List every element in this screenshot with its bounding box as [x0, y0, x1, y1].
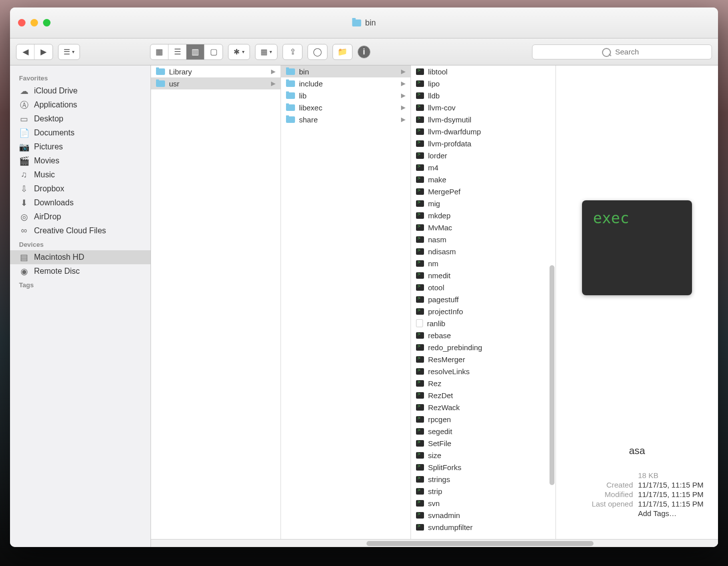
arrange-menu[interactable]: ▦ ▾	[255, 44, 278, 60]
apps-icon: Ⓐ	[19, 100, 29, 109]
column-item[interactable]: pagestuff	[411, 293, 556, 305]
sidebar-item-macintosh-hd[interactable]: ▤Macintosh HD	[10, 250, 150, 264]
close-button[interactable]	[18, 19, 26, 26]
finder-window: bin ◀ ▶ ☰ ▾ ▦ ☰ ▥ ▢ ✱ ▾ ▦ ▾ ⇪ ◯ 📁 i Favo…	[10, 7, 718, 547]
back-button[interactable]: ◀	[16, 44, 34, 59]
share-button[interactable]: ⇪	[282, 44, 302, 60]
column-item[interactable]: ResMerger	[411, 353, 556, 365]
column-item[interactable]: resolveLinks	[411, 365, 556, 377]
search-input[interactable]	[532, 44, 712, 59]
column-item[interactable]: SplitForks	[411, 461, 556, 473]
column-item[interactable]: SetFile	[411, 437, 556, 449]
column-item[interactable]: bin▶	[281, 65, 410, 77]
icon-view-button[interactable]: ▦	[150, 44, 168, 59]
column-item[interactable]: nmedit	[411, 269, 556, 281]
sidebar-item-movies[interactable]: 🎬Movies	[10, 154, 150, 168]
column-item[interactable]: RezWack	[411, 401, 556, 413]
info-button[interactable]: i	[358, 45, 370, 58]
column-item[interactable]: MergePef	[411, 185, 556, 197]
column-item[interactable]: mkdep	[411, 209, 556, 221]
cloud-icon: ☁	[19, 86, 29, 95]
column-item[interactable]: strings	[411, 473, 556, 485]
column-item[interactable]: Library▶	[151, 65, 280, 77]
tags-button[interactable]: ◯	[308, 44, 328, 60]
item-name: strings	[428, 475, 450, 484]
column-item[interactable]: nasm	[411, 233, 556, 245]
column-item[interactable]: lib▶	[281, 89, 410, 101]
sidebar-item-icloud-drive[interactable]: ☁iCloud Drive	[10, 84, 150, 98]
scrollbar-thumb[interactable]	[366, 541, 594, 546]
sidebar-item-downloads[interactable]: ⬇Downloads	[10, 196, 150, 210]
column-item[interactable]: svn	[411, 497, 556, 509]
sidebar-item-dropbox[interactable]: ⇩Dropbox	[10, 182, 150, 196]
column-item[interactable]: llvm-profdata	[411, 137, 556, 149]
column-item[interactable]: ranlib	[411, 317, 556, 329]
horizontal-scrollbar[interactable]	[151, 539, 718, 547]
exec-icon	[416, 452, 424, 459]
add-tags-link[interactable]: Add Tags…	[638, 509, 708, 518]
column-item[interactable]: rpcgen	[411, 413, 556, 425]
minimize-button[interactable]	[30, 19, 38, 26]
column-item[interactable]: make	[411, 173, 556, 185]
item-name: strip	[428, 487, 442, 496]
column-item[interactable]: usr▶	[151, 77, 280, 89]
column-item[interactable]: include▶	[281, 77, 410, 89]
column-item[interactable]: llvm-dsymutil	[411, 113, 556, 125]
sidebar-item-applications[interactable]: ⒶApplications	[10, 98, 150, 112]
action-menu[interactable]: ✱ ▾	[228, 44, 250, 60]
exec-icon	[416, 440, 424, 447]
meta-value: 11/17/15, 11:15 PM	[638, 490, 708, 499]
sidebar-item-creative-cloud-files[interactable]: ∞Creative Cloud Files	[10, 224, 150, 238]
sidebar-item-remote-disc[interactable]: ◉Remote Disc	[10, 264, 150, 278]
column-item[interactable]: m4	[411, 161, 556, 173]
column-item[interactable]: libexec▶	[281, 101, 410, 113]
column-view-button[interactable]: ▥	[186, 44, 204, 59]
column-item[interactable]: MvMac	[411, 221, 556, 233]
column-item[interactable]: lldb	[411, 89, 556, 101]
column-item[interactable]: otool	[411, 281, 556, 293]
forward-button[interactable]: ▶	[34, 44, 52, 59]
chevron-right-icon: ▶	[401, 116, 406, 123]
titlebar: bin	[10, 7, 718, 38]
column-item[interactable]: llvm-cov	[411, 101, 556, 113]
column-item[interactable]: share▶	[281, 113, 410, 125]
column-item[interactable]: redo_prebinding	[411, 341, 556, 353]
exec-icon	[416, 500, 424, 507]
column-item[interactable]: llvm-dwarfdump	[411, 125, 556, 137]
exec-icon	[416, 260, 424, 267]
column-item[interactable]: libtool	[411, 65, 556, 77]
item-name: Rez	[428, 379, 442, 388]
item-name: resolveLinks	[428, 367, 470, 376]
movies-icon: 🎬	[19, 156, 29, 165]
maximize-button[interactable]	[43, 19, 50, 26]
sidebar-item-documents[interactable]: 📄Documents	[10, 126, 150, 140]
column-item[interactable]: segedit	[411, 425, 556, 437]
path-dropdown[interactable]: ☰ ▾	[58, 44, 80, 60]
column-item[interactable]: size	[411, 449, 556, 461]
column-item[interactable]: RezDet	[411, 389, 556, 401]
column-item[interactable]: mig	[411, 197, 556, 209]
column-item[interactable]: projectInfo	[411, 305, 556, 317]
search-field	[532, 44, 712, 59]
column-item[interactable]: ndisasm	[411, 245, 556, 257]
gallery-view-button[interactable]: ▢	[204, 44, 222, 59]
column-item[interactable]: strip	[411, 485, 556, 497]
meta-key: Modified	[604, 490, 633, 499]
column-item[interactable]: lorder	[411, 149, 556, 161]
column-item[interactable]: Rez	[411, 377, 556, 389]
column-item[interactable]: svndumpfilter	[411, 521, 556, 533]
column-item[interactable]: nm	[411, 257, 556, 269]
column-item[interactable]: rebase	[411, 329, 556, 341]
sidebar-item-pictures[interactable]: 📷Pictures	[10, 140, 150, 154]
exec-icon	[416, 512, 424, 519]
vertical-scrollbar[interactable]	[550, 265, 554, 485]
column-item[interactable]: lipo	[411, 77, 556, 89]
sidebar-item-label: Movies	[34, 156, 60, 165]
list-view-button[interactable]: ☰	[168, 44, 186, 59]
new-folder-button[interactable]: 📁	[332, 44, 352, 60]
sidebar-item-desktop[interactable]: ▭Desktop	[10, 112, 150, 126]
exec-icon	[416, 524, 424, 531]
column-item[interactable]: svnadmin	[411, 509, 556, 521]
sidebar-item-music[interactable]: ♫Music	[10, 168, 150, 182]
sidebar-item-airdrop[interactable]: ◎AirDrop	[10, 210, 150, 224]
